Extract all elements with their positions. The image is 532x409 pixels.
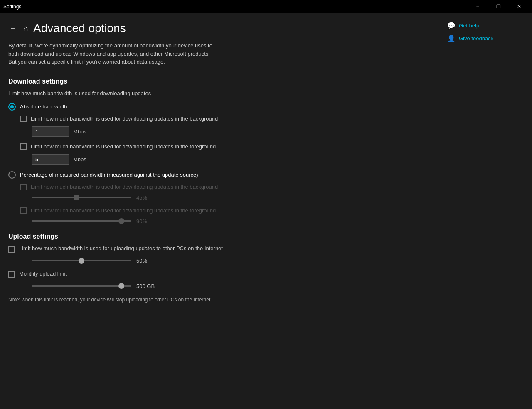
pct-background-slider-track[interactable] <box>32 197 131 198</box>
pct-foreground-checkbox-label: Limit how much bandwidth is used for dow… <box>31 207 216 214</box>
upload-slider-thumb <box>79 258 84 264</box>
get-help-label: Get help <box>459 22 479 29</box>
upload-slider-track[interactable] <box>32 260 131 261</box>
absolute-bandwidth-radio[interactable]: Absolute bandwidth <box>8 103 428 111</box>
download-subtext: Limit how much bandwidth is used for dow… <box>8 90 428 96</box>
background-checkbox-row: Limit how much bandwidth is used for dow… <box>20 116 428 122</box>
background-input-row: Mbps <box>32 126 428 137</box>
main-container: ← ⌂ Advanced options By default, we're d… <box>0 13 532 409</box>
pct-foreground-slider-thumb <box>118 218 124 224</box>
absolute-bandwidth-label: Absolute bandwidth <box>20 103 67 110</box>
home-icon: ⌂ <box>23 24 28 33</box>
upload-limit-checkbox-row: Limit how much bandwidth is used for upl… <box>8 245 428 253</box>
titlebar: Settings − ❐ ✕ <box>0 0 532 13</box>
background-checkbox[interactable] <box>20 116 27 122</box>
pct-background-checkbox-row: Limit how much bandwidth is used for dow… <box>20 184 428 190</box>
monthly-limit-checkbox-row: Monthly upload limit <box>8 271 428 278</box>
pct-foreground-slider-row: 90% <box>32 218 428 224</box>
sidebar: 💬 Get help 👤 Give feedback <box>441 13 532 409</box>
get-help-icon: 💬 <box>447 22 456 30</box>
upload-settings-section: Upload settings Limit how much bandwidth… <box>8 233 428 303</box>
pct-background-slider-thumb <box>74 195 79 200</box>
background-checkbox-label: Limit how much bandwidth is used for dow… <box>31 116 218 122</box>
background-value-input[interactable] <box>32 126 69 137</box>
pct-background-slider-fill <box>32 197 76 198</box>
upload-note: Note: when this limit is reached, your d… <box>8 296 224 303</box>
page-description: By default, we're dynamically optimizing… <box>8 42 216 66</box>
monthly-slider-fill <box>32 285 121 287</box>
close-button[interactable]: ✕ <box>510 0 529 13</box>
percentage-bandwidth-radio-circle <box>8 171 16 179</box>
give-feedback-icon: 👤 <box>447 34 456 42</box>
monthly-limit-checkbox-label: Monthly upload limit <box>19 271 67 277</box>
content-area: ← ⌂ Advanced options By default, we're d… <box>0 13 441 409</box>
titlebar-controls: − ❐ ✕ <box>468 0 529 13</box>
titlebar-left: Settings <box>3 4 21 10</box>
pct-foreground-checkbox <box>20 207 27 214</box>
percentage-bandwidth-label: Percentage of measured bandwidth (measur… <box>20 172 198 178</box>
titlebar-title: Settings <box>3 4 21 10</box>
monthly-slider-row: 500 GB <box>32 283 428 289</box>
download-settings-section: Download settings Limit how much bandwid… <box>8 78 428 224</box>
minimize-button[interactable]: − <box>468 0 487 13</box>
get-help-link[interactable]: 💬 Get help <box>447 22 525 30</box>
foreground-unit: Mbps <box>73 156 86 163</box>
foreground-value-input[interactable] <box>32 154 69 165</box>
absolute-bandwidth-radio-circle <box>8 103 16 111</box>
pct-background-checkbox-label: Limit how much bandwidth is used for dow… <box>31 184 218 190</box>
foreground-checkbox-label: Limit how much bandwidth is used for dow… <box>31 143 216 150</box>
upload-limit-checkbox[interactable] <box>8 246 15 253</box>
give-feedback-label: Give feedback <box>459 35 493 42</box>
monthly-limit-checkbox[interactable] <box>8 271 15 278</box>
monthly-slider-track[interactable] <box>32 285 131 287</box>
foreground-checkbox-row: Limit how much bandwidth is used for dow… <box>20 143 428 150</box>
upload-slider-row: 50% <box>32 258 428 264</box>
pct-background-slider-row: 45% <box>32 195 428 201</box>
monthly-value: 500 GB <box>136 283 155 289</box>
pct-foreground-checkbox-row: Limit how much bandwidth is used for dow… <box>20 207 428 214</box>
pct-background-value: 45% <box>136 195 153 201</box>
give-feedback-link[interactable]: 👤 Give feedback <box>447 34 525 42</box>
background-unit: Mbps <box>73 128 86 135</box>
foreground-input-row: Mbps <box>32 154 428 165</box>
upload-heading: Upload settings <box>8 233 428 240</box>
page-title: Advanced options <box>33 22 126 35</box>
foreground-checkbox[interactable] <box>20 143 27 150</box>
upload-slider-fill <box>32 260 81 261</box>
pct-foreground-slider-track[interactable] <box>32 220 131 222</box>
upload-limit-checkbox-label: Limit how much bandwidth is used for upl… <box>19 245 223 251</box>
pct-background-checkbox <box>20 184 27 190</box>
monthly-slider-thumb <box>118 283 124 289</box>
page-header: ← ⌂ Advanced options <box>8 22 428 35</box>
pct-foreground-value: 90% <box>136 218 153 224</box>
maximize-button[interactable]: ❐ <box>489 0 508 13</box>
percentage-bandwidth-radio[interactable]: Percentage of measured bandwidth (measur… <box>8 171 428 179</box>
back-button[interactable]: ← <box>8 23 18 34</box>
pct-foreground-slider-fill <box>32 220 121 222</box>
download-heading: Download settings <box>8 78 428 85</box>
upload-value: 50% <box>136 258 153 264</box>
